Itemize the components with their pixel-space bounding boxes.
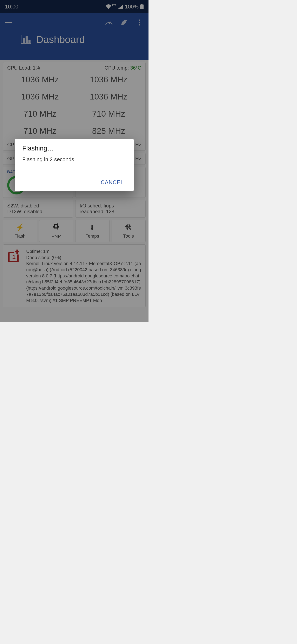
cancel-button[interactable]: CANCEL (98, 177, 126, 188)
flashing-dialog: Flashing… Flashing in 2 seconds CANCEL (15, 139, 134, 191)
dialog-message: Flashing in 2 seconds (22, 156, 126, 163)
dialog-title: Flashing… (22, 144, 126, 152)
